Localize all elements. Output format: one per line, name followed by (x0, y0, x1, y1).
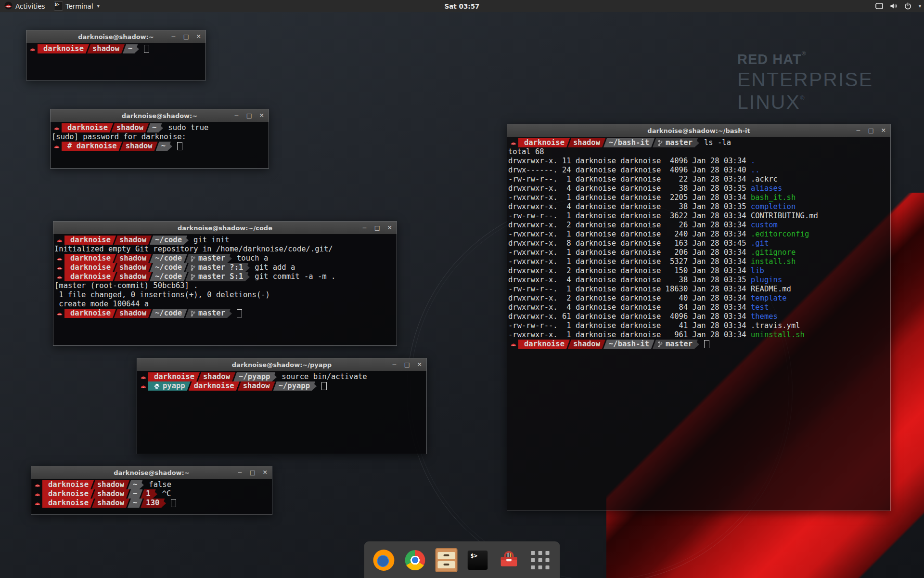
chrome-launcher[interactable] (404, 549, 426, 571)
firefox-launcher[interactable] (373, 549, 395, 571)
maximize-button[interactable]: □ (374, 225, 380, 231)
prompt-segment-user: darknoise (64, 309, 116, 318)
prompt-segment-path: ~/code (150, 254, 187, 263)
desktop: { "top_bar": { "activities": "Activities… (0, 0, 924, 578)
chevron-down-icon[interactable]: ▾ (919, 3, 921, 9)
window-titlebar[interactable]: darknoise@shadow:~−□✕ (26, 30, 205, 43)
window-title: darknoise@shadow:~/code (53, 224, 397, 232)
toolbox-icon (499, 549, 519, 571)
output-line: Initialized empty Git repository in /hom… (54, 245, 397, 254)
close-button[interactable]: ✕ (387, 225, 392, 231)
redhat-prompt-icon (32, 482, 42, 487)
ls-output-line: drwxrwxr-x. 4 darknoise darknoise 38 Jan… (508, 184, 890, 193)
file-attributes: drwxrwxr-x. 11 darknoise darknoise 4096 … (508, 157, 751, 165)
prompt-segment-host: shadow (568, 138, 605, 147)
terminal-window-home-small: darknoise@shadow:~−□✕darknoiseshadow~ (26, 30, 206, 80)
drawer-handle (444, 564, 449, 565)
file-attributes: -rwxrwxr-x. 1 darknoise darknoise 206 Ja… (508, 248, 751, 257)
ls-output-line: -rw-rw-r--. 1 darknoise darknoise 22 Jan… (508, 175, 890, 184)
terminal-content[interactable]: darknoiseshadow~falsedarknoiseshadow~1^C… (31, 479, 272, 514)
file-name: .. (751, 166, 760, 174)
minimize-button[interactable]: − (237, 470, 242, 476)
minimize-button[interactable]: − (392, 362, 397, 368)
minimize-button[interactable]: − (362, 225, 367, 231)
output-line: [sudo] password for darknoise: (51, 132, 269, 142)
grid-dot (539, 558, 542, 562)
close-button[interactable]: ✕ (417, 362, 422, 368)
files-icon (436, 548, 458, 572)
ls-output-line: -rw-rw-r--. 1 darknoise darknoise 41 Jan… (508, 321, 890, 330)
file-attributes: drwxrwxr-x. 2 darknoise darknoise 150 Ja… (508, 266, 751, 275)
window-titlebar[interactable]: darknoise@shadow:~/pyapp−□✕ (137, 358, 426, 371)
window-titlebar[interactable]: darknoise@shadow:~/bash-it−□✕ (507, 124, 890, 137)
file-attributes: -rwxrwxr-x. 1 darknoise darknoise 240 Ja… (508, 230, 751, 238)
prompt-segment-path: ~/code (150, 263, 187, 272)
redhat-prompt-icon (32, 491, 42, 497)
maximize-button[interactable]: □ (868, 128, 874, 134)
grid-dot (546, 565, 550, 569)
window-controls: −□✕ (392, 358, 422, 371)
maximize-button[interactable]: □ (250, 470, 256, 476)
prompt-segment-path: ~/code (150, 309, 187, 318)
minimize-button[interactable]: − (234, 113, 239, 119)
maximize-button[interactable]: □ (183, 34, 189, 40)
terminal-content[interactable]: darknoiseshadow~sudo true[sudo] password… (51, 122, 269, 168)
window-controls: −□✕ (856, 124, 886, 137)
prompt-segment-host: shadow (114, 272, 152, 281)
terminal-content[interactable]: darknoiseshadow~/pyappsource bin/activat… (137, 371, 426, 454)
minimize-button[interactable]: − (171, 34, 176, 40)
grid-dot (531, 565, 535, 569)
terminal-window-pyapp: darknoise@shadow:~/pyapp−□✕darknoiseshad… (137, 358, 427, 454)
screen-icon[interactable] (875, 3, 883, 10)
file-name: .git (751, 239, 769, 248)
rhel-watermark: RED HAT® ENTERPRISE LINUX® (737, 50, 873, 114)
prompt-segment-git: master ?:1 (185, 263, 248, 272)
terminal-content[interactable]: darknoiseshadow~/codegit initInitialized… (53, 234, 397, 345)
volume-icon[interactable] (889, 2, 898, 10)
app-grid-launcher[interactable] (529, 549, 552, 571)
window-title: darknoise@shadow:~/bash-it (507, 127, 890, 134)
file-attributes: -rw-rw-r--. 1 darknoise darknoise 3622 J… (508, 211, 751, 220)
terminal-launcher[interactable]: $> (467, 549, 489, 571)
power-icon[interactable] (904, 2, 911, 10)
maximize-button[interactable]: □ (246, 113, 252, 119)
window-titlebar[interactable]: darknoise@shadow:~−□✕ (51, 109, 269, 122)
window-titlebar[interactable]: darknoise@shadow:~/code−□✕ (53, 222, 397, 235)
prompt-segment-path: ~ (128, 499, 142, 508)
file-attributes: -rwxrwxr-x. 1 darknoise darknoise 2205 J… (508, 193, 751, 202)
terminal-window-sudo: darknoise@shadow:~−□✕darknoiseshadow~sud… (50, 109, 269, 169)
top-bar: Activities $> Terminal ▾ Sat 03:57 ▾ (0, 0, 924, 12)
minimize-button[interactable]: − (856, 128, 860, 134)
close-button[interactable]: ✕ (259, 113, 264, 119)
file-name: lib (751, 266, 764, 275)
terminal-content[interactable]: darknoiseshadow~ (26, 43, 205, 80)
ls-output-line: -rwxrwxr-x. 1 darknoise darknoise 2205 J… (508, 193, 890, 202)
maximize-button[interactable]: □ (404, 362, 410, 368)
toolbox-launcher[interactable] (498, 549, 520, 571)
close-button[interactable]: ✕ (196, 34, 201, 40)
terminal-content[interactable]: darknoiseshadow~/bash-itmasterls -latota… (507, 137, 890, 511)
terminal-window-bash-it: darknoise@shadow:~/bash-it−□✕darknoisesh… (507, 124, 891, 511)
drawer (438, 552, 455, 559)
window-titlebar[interactable]: darknoise@shadow:~−□✕ (31, 466, 272, 479)
window-controls: −□✕ (362, 222, 392, 234)
firefox-icon (373, 550, 395, 571)
output-line: [master (root-commit) 50bcb63] . (54, 281, 397, 290)
dock: $> (364, 541, 560, 578)
redhat-prompt-icon (138, 383, 148, 389)
close-button[interactable]: ✕ (263, 470, 268, 476)
window-controls: −□✕ (237, 466, 268, 479)
chrome-icon (405, 550, 425, 570)
redhat-prompt-icon (32, 500, 42, 506)
prompt-line: darknoiseshadow~/codemaster (54, 309, 397, 318)
redhat-prompt-icon (138, 374, 148, 380)
file-name: plugins (751, 276, 782, 284)
prompt-segment-user: darknoise (42, 489, 94, 499)
file-attributes: drwxrwxr-x. 8 darknoise darknoise 163 Ja… (508, 239, 751, 248)
terminal-cursor (321, 382, 327, 390)
prompt-segment-path: ~/bash-it (603, 340, 654, 349)
files-launcher[interactable] (436, 549, 458, 571)
prompt-line: darknoiseshadow~130 (32, 499, 272, 508)
close-button[interactable]: ✕ (881, 128, 886, 134)
clock[interactable]: Sat 03:57 (0, 2, 924, 10)
